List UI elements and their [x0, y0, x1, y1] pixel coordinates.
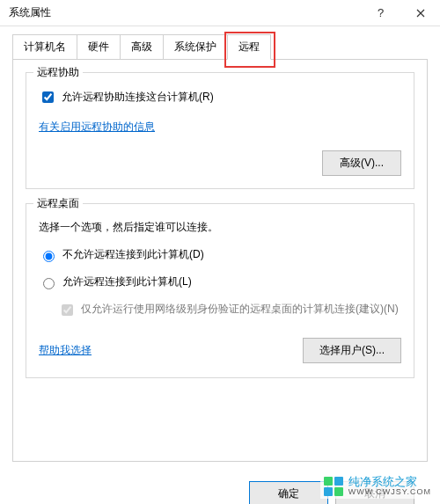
allow-remote-radio[interactable]	[43, 278, 55, 289]
tab-2[interactable]: 高级	[120, 34, 164, 60]
disallow-remote-radio[interactable]	[43, 251, 55, 262]
remote-assist-info-link[interactable]: 有关启用远程协助的信息	[39, 120, 155, 135]
tab-3[interactable]: 系统保护	[163, 34, 228, 60]
watermark-title: 纯净系统之家	[348, 476, 431, 488]
disallow-remote-row[interactable]: 不允许远程连接到此计算机(D)	[39, 247, 401, 262]
titlebar: 系统属性 ?	[0, 0, 440, 26]
content: 计算机名硬件高级系统保护远程 远程协助 允许远程协助连接这台计算机(R) 有关启…	[0, 26, 440, 471]
tab-1[interactable]: 硬件	[77, 34, 121, 60]
remote-desktop-title: 远程桌面	[33, 196, 83, 211]
remote-assist-title: 远程协助	[33, 65, 83, 80]
tab-body-remote: 远程协助 允许远程协助连接这台计算机(R) 有关启用远程协助的信息 高级(V).…	[12, 59, 428, 462]
allow-remote-assist-row[interactable]: 允许远程协助连接这台计算机(R)	[39, 89, 401, 106]
remote-assist-advanced-button[interactable]: 高级(V)...	[322, 150, 401, 176]
tab-4[interactable]: 远程	[227, 34, 271, 60]
remote-desktop-desc: 选择一个选项，然后指定谁可以连接。	[39, 220, 401, 235]
allow-remote-assist-checkbox[interactable]	[42, 91, 54, 103]
help-choose-link[interactable]: 帮助我选择	[39, 343, 92, 358]
ok-button[interactable]: 确定	[249, 481, 328, 504]
select-users-button[interactable]: 选择用户(S)...	[303, 338, 401, 363]
watermark: 纯净系统之家 WWW.CWJSY.COM	[320, 474, 435, 499]
remote-desktop-group: 远程桌面 选择一个选项，然后指定谁可以连接。 不允许远程连接到此计算机(D) 允…	[26, 203, 414, 378]
watermark-logo-icon	[324, 477, 343, 496]
close-button[interactable]	[400, 0, 440, 26]
allow-remote-row[interactable]: 允许远程连接到此计算机(L)	[39, 274, 401, 289]
allow-remote-assist-label: 允许远程协助连接这台计算机(R)	[62, 90, 214, 105]
nla-label: 仅允许运行使用网络级别身份验证的远程桌面的计算机连接(建议)(N)	[81, 302, 399, 316]
nla-checkbox	[62, 304, 73, 316]
remote-assist-group: 远程协助 允许远程协助连接这台计算机(R) 有关启用远程协助的信息 高级(V).…	[26, 72, 414, 189]
disallow-remote-label: 不允许远程连接到此计算机(D)	[62, 247, 204, 262]
allow-remote-label: 允许远程连接到此计算机(L)	[62, 274, 192, 289]
close-icon	[416, 9, 425, 18]
tab-0[interactable]: 计算机名	[12, 34, 77, 60]
watermark-url: WWW.CWJSY.COM	[348, 488, 431, 497]
help-button[interactable]: ?	[361, 0, 400, 26]
nla-row: 仅允许运行使用网络级别身份验证的远程桌面的计算机连接(建议)(N)	[58, 302, 401, 318]
tab-strip: 计算机名硬件高级系统保护远程	[12, 33, 428, 59]
title-controls: ?	[361, 0, 440, 26]
window-title: 系统属性	[9, 5, 51, 20]
